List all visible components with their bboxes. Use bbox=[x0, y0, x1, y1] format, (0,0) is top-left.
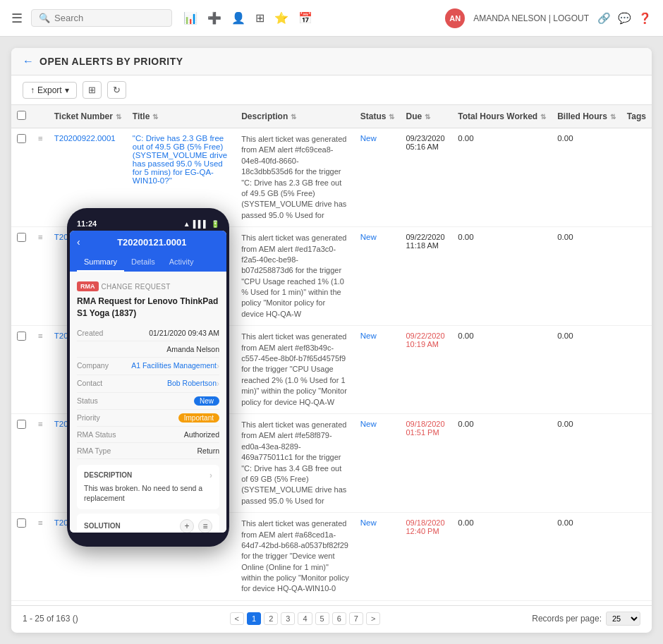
total-hours-cell: 0.00 bbox=[452, 513, 552, 601]
export-button[interactable]: ↑ Export ▾ bbox=[23, 82, 77, 99]
phone-body: RMA CHANGE REQUEST RMA Request for Lenov… bbox=[70, 272, 226, 533]
solution-add-button[interactable]: + bbox=[180, 519, 194, 533]
description-header[interactable]: Description⇅ bbox=[236, 105, 355, 128]
title-header[interactable]: Title⇅ bbox=[127, 105, 236, 128]
page-7-button[interactable]: 7 bbox=[349, 612, 363, 625]
phone-solution-section: SOLUTION + ≡ ✏ bbox=[77, 514, 219, 533]
total-hours-header[interactable]: Total Hours Worked⇅ bbox=[452, 105, 552, 128]
row-checkbox-cell[interactable] bbox=[11, 326, 32, 414]
phone-ticket-id: T20200121.0001 bbox=[85, 237, 219, 248]
phone-tabs: Summary Details Activity bbox=[70, 253, 226, 272]
page-3-button[interactable]: 3 bbox=[281, 612, 295, 625]
row-menu-cell[interactable]: ≡ bbox=[32, 128, 49, 227]
hamburger-icon[interactable]: ☰ bbox=[11, 11, 23, 26]
select-all-checkbox[interactable] bbox=[17, 111, 26, 120]
records-per-page-select[interactable]: 25 50 100 bbox=[606, 612, 640, 626]
calendar-icon[interactable]: 📅 bbox=[298, 11, 312, 25]
link-icon[interactable]: 🔗 bbox=[597, 12, 611, 25]
phone-tab-summary[interactable]: Summary bbox=[77, 253, 124, 272]
phone-type-badge: RMA CHANGE REQUEST bbox=[77, 281, 171, 291]
page-header: ← OPEN ALERTS BY PRIORITY bbox=[11, 48, 652, 75]
row-checkbox-cell[interactable] bbox=[11, 128, 32, 227]
row-checkbox[interactable] bbox=[17, 233, 26, 242]
row-checkbox-cell[interactable] bbox=[11, 413, 32, 512]
row-menu-cell[interactable]: ≡ bbox=[32, 513, 49, 601]
solution-header: SOLUTION + ≡ bbox=[84, 519, 212, 533]
description-chevron-icon[interactable]: › bbox=[209, 470, 212, 480]
page-1-button[interactable]: 1 bbox=[247, 612, 261, 625]
description-cell: This alert ticket was generated from AEM… bbox=[236, 326, 355, 414]
nav-icon-group: 📊 ➕ 👤 ⊞ ⭐ 📅 bbox=[183, 11, 312, 25]
row-checkbox[interactable] bbox=[17, 332, 26, 341]
add-icon[interactable]: ➕ bbox=[207, 11, 221, 25]
grid-view-button[interactable]: ⊞ bbox=[83, 81, 102, 99]
row-menu-icon[interactable]: ≡ bbox=[38, 332, 43, 340]
phone-back-button[interactable]: ‹ bbox=[77, 236, 80, 248]
page-2-button[interactable]: 2 bbox=[264, 612, 278, 625]
tags-cell bbox=[621, 600, 652, 605]
search-bar[interactable]: 🔍 bbox=[31, 9, 172, 27]
ticket-number-header[interactable]: Ticket Number⇅ bbox=[49, 105, 127, 128]
phone-tab-activity[interactable]: Activity bbox=[162, 253, 201, 272]
due-header[interactable]: Due⇅ bbox=[400, 105, 452, 128]
top-navigation: ☰ 🔍 📊 ➕ 👤 ⊞ ⭐ 📅 AN AMANDA NELSON | LOGOU… bbox=[0, 0, 663, 37]
page-next-button[interactable]: > bbox=[366, 612, 380, 625]
row-checkbox[interactable] bbox=[17, 420, 26, 429]
contact-value[interactable]: Bob Robertson bbox=[130, 379, 217, 387]
page-4-button[interactable]: 4 bbox=[298, 612, 312, 625]
phone-field-rma-status: RMA Status Authorized bbox=[77, 427, 219, 443]
row-checkbox-cell[interactable] bbox=[11, 600, 32, 605]
status-value: New bbox=[360, 420, 377, 428]
row-menu-icon[interactable]: ≡ bbox=[38, 420, 43, 428]
due-date: 09/22/2020 11:18 AM bbox=[406, 233, 444, 250]
total-hours-cell: 0.00 bbox=[452, 326, 552, 414]
status-header[interactable]: Status⇅ bbox=[355, 105, 401, 128]
ticket-title[interactable]: "C: Drive has 2.3 GB free out of 49.5 GB… bbox=[133, 134, 227, 185]
row-checkbox[interactable] bbox=[17, 518, 26, 528]
chat-icon[interactable]: 💬 bbox=[618, 12, 631, 25]
person-icon[interactable]: 👤 bbox=[231, 11, 245, 25]
bar-chart-icon[interactable]: 📊 bbox=[183, 11, 197, 25]
contact-chevron-icon: › bbox=[217, 379, 219, 389]
due-cell: 09/22/2020 11:18 AM bbox=[400, 227, 452, 326]
row-menu-cell[interactable]: ≡ bbox=[32, 227, 49, 326]
row-checkbox[interactable] bbox=[17, 134, 26, 143]
status-value: New bbox=[360, 134, 377, 142]
solution-menu-button[interactable]: ≡ bbox=[198, 519, 212, 533]
row-menu-cell[interactable]: ≡ bbox=[32, 326, 49, 414]
utility-icons: 🔗 💬 ❓ bbox=[597, 12, 652, 25]
creator-value: Amanda Nelson bbox=[130, 345, 219, 353]
page-6-button[interactable]: 6 bbox=[332, 612, 346, 625]
ticket-link[interactable]: T20200922.0001 bbox=[54, 134, 116, 142]
phone-field-company[interactable]: Company A1 Facilities Management › bbox=[77, 358, 219, 375]
row-menu-cell[interactable]: ≡ bbox=[32, 413, 49, 512]
help-icon[interactable]: ❓ bbox=[638, 12, 652, 25]
phone-status-icons: ▲ ▌▌▌ 🔋 bbox=[183, 220, 219, 228]
back-arrow-icon[interactable]: ← bbox=[23, 55, 34, 68]
export-icon: ↑ bbox=[30, 85, 35, 95]
phone-ticket-title: RMA Request for Lenovo ThinkPad S1 Yoga … bbox=[77, 296, 219, 320]
logout-link[interactable]: LOGOUT bbox=[553, 13, 589, 23]
row-menu-icon[interactable]: ≡ bbox=[38, 518, 43, 527]
row-checkbox-cell[interactable] bbox=[11, 513, 32, 601]
row-checkbox-cell[interactable] bbox=[11, 227, 32, 326]
page-5-button[interactable]: 5 bbox=[315, 612, 329, 625]
phone-top-bar: ‹ T20200121.0001 bbox=[70, 231, 226, 253]
select-all-checkbox-header[interactable] bbox=[11, 105, 32, 128]
phone-field-contact[interactable]: Contact Bob Robertson › bbox=[77, 375, 219, 393]
page-prev-button[interactable]: < bbox=[230, 612, 244, 625]
search-input[interactable] bbox=[54, 13, 160, 23]
table-icon[interactable]: ⊞ bbox=[255, 11, 264, 25]
row-menu-icon[interactable]: ≡ bbox=[38, 233, 43, 241]
row-menu-icon[interactable]: ≡ bbox=[38, 134, 43, 142]
row-menu-cell[interactable]: ≡ bbox=[32, 600, 49, 605]
star-icon[interactable]: ⭐ bbox=[274, 11, 288, 25]
pagination-bar: 1 - 25 of 163 () < 1 2 3 4 5 6 7 > Recor… bbox=[11, 605, 652, 631]
solution-actions: + ≡ bbox=[180, 519, 212, 533]
phone-tab-details[interactable]: Details bbox=[124, 253, 162, 272]
billed-hours-header[interactable]: Billed Hours⇅ bbox=[552, 105, 621, 128]
refresh-button[interactable]: ↻ bbox=[107, 81, 126, 99]
company-value[interactable]: A1 Facilities Management bbox=[130, 361, 217, 370]
phone-field-status: Status New bbox=[77, 393, 219, 410]
signal-icon: ▌▌▌ bbox=[193, 220, 208, 228]
